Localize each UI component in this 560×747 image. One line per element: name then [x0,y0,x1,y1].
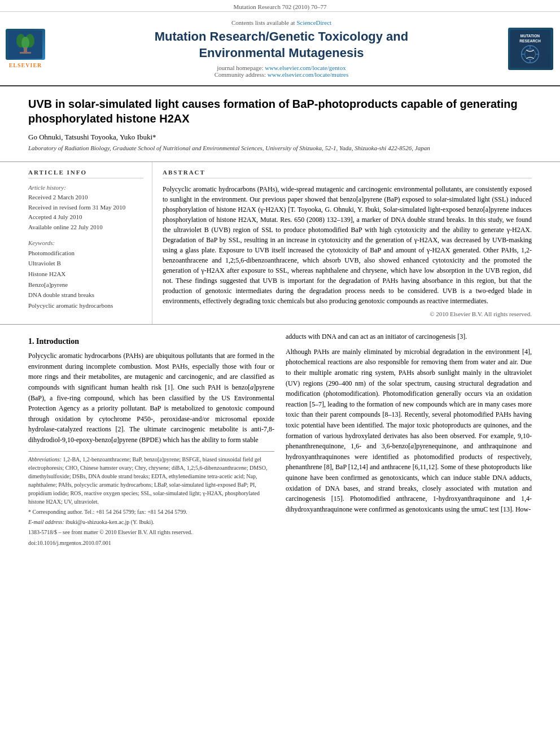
keyword-5: DNA double strand breaks [28,290,143,300]
keywords-label: Keywords: [28,239,143,246]
svg-rect-5 [20,52,31,54]
abstract-heading: Abstract [163,169,532,178]
introduction-title: 1. Introduction [28,337,274,346]
article-authors: Go Ohnuki, Tatsushi Toyooka, Yuko Ibuki* [28,133,532,142]
intro-paragraph-1-continued: adducts with DNA and can act as an initi… [286,331,532,342]
article-title: UVB in solar-simulated light causes form… [28,97,532,126]
keyword-3: Histone H2AX [28,269,143,279]
elsevier-logo-area: ELSEVIER [6,16,56,81]
issn-line: 1383-5718/$ – see front matter © 2010 El… [28,528,274,536]
intro-paragraph-2: Although PAHs are mainly eliminated by m… [286,347,532,515]
main-body: 1. Introduction Polycyclic aromatic hydr… [0,325,560,552]
accepted-date: Accepted 4 July 2010 [28,212,143,222]
footnote-section: Abbreviations: 1,2-BA, 1,2-benzoanthrace… [28,451,274,546]
elsevier-logo-image [6,29,45,60]
journal-homepage-link[interactable]: www.elsevier.com/locate/gentox [265,64,345,71]
corresponding-author-line: * Corresponding author. Tel.: +81 54 264… [28,508,274,516]
journal-header: ELSEVIER Contents lists available at Sci… [0,12,560,86]
svg-point-3 [21,37,29,49]
keyword-2: Ultraviolet B [28,258,143,269]
community-link[interactable]: www.elsevier.com/locate/mutres [268,71,348,78]
body-two-col: 1. Introduction Polycyclic aromatic hydr… [28,331,532,545]
contents-available-line: Contents lists available at ScienceDirec… [62,19,501,26]
top-bar: Mutation Research 702 (2010) 70–77 [0,0,560,12]
journal-badge-area: MUTATION RESEARCH [506,16,554,81]
science-direct-link[interactable]: ScienceDirect [296,19,331,26]
page: Mutation Research 702 (2010) 70–77 ELSEV [0,0,560,747]
article-history-block: Article history: Received 2 March 2010 R… [28,184,143,232]
keywords-block: Keywords: Photomodification Ultraviolet … [28,239,143,311]
intro-paragraph-1: Polycyclic aromatic hydrocarbons (PAHs) … [28,351,274,445]
article-meta-section: Article Info Article history: Received 2… [0,162,560,325]
email-line: E-mail address: ibuki@u-shizuoka-ken.ac.… [28,518,274,526]
article-affiliation: Laboratory of Radiation Biology, Graduat… [28,145,532,151]
abstract-text: Polycyclic aromatic hydrocarbons (PAHs),… [163,184,532,306]
keyword-1: Photomodification [28,248,143,259]
doi-line: doi:10.1016/j.mrgentox.2010.07.001 [28,540,274,546]
body-left-col: 1. Introduction Polycyclic aromatic hydr… [28,331,274,545]
body-right-col: adducts with DNA and can act as an initi… [286,331,532,545]
elsevier-wordmark: ELSEVIER [9,62,42,68]
available-date: Available online 22 July 2010 [28,222,143,233]
keyword-4: Benzo[a]pyrene [28,279,143,290]
article-info-heading: Article Info [28,169,143,178]
svg-text:MUTATION: MUTATION [520,34,540,38]
article-history-label: Article history: [28,184,143,191]
abstract-column: Abstract Polycyclic aromatic hydrocarbon… [152,162,532,324]
revised-date: Received in revised form 31 May 2010 [28,203,143,213]
article-title-section: UVB in solar-simulated light causes form… [0,86,560,162]
mutation-research-badge: MUTATION RESEARCH [508,28,553,70]
received-date: Received 2 March 2010 [28,193,143,203]
keyword-6: Polycyclic aromatic hydrocarbons [28,300,143,311]
journal-citation: Mutation Research 702 (2010) 70–77 [234,3,327,10]
abbreviations-line: Abbreviations: 1,2-BA, 1,2-benzoanthrace… [28,455,274,506]
copyright-line: © 2010 Elsevier B.V. All rights reserved… [163,311,532,317]
journal-links-area: journal homepage: www.elsevier.com/locat… [62,64,501,78]
elsevier-logo: ELSEVIER [6,29,45,68]
journal-full-title: Mutation Research/Genetic Toxicology and… [62,29,501,61]
svg-text:RESEARCH: RESEARCH [519,39,541,43]
article-info-column: Article Info Article history: Received 2… [28,162,152,324]
journal-title-area: Contents lists available at ScienceDirec… [62,16,501,81]
